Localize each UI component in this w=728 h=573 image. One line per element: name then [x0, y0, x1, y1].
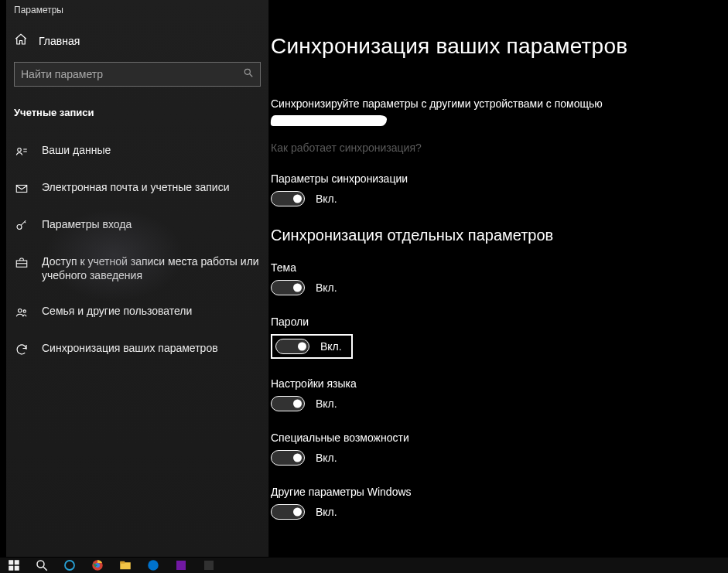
- svg-point-2: [18, 148, 22, 152]
- svg-point-6: [17, 225, 22, 230]
- taskbar-chrome-icon[interactable]: [85, 558, 110, 573]
- settings-main: Синхронизация ваших параметров Синхрониз…: [271, 0, 728, 557]
- start-button[interactable]: [2, 558, 26, 573]
- svg-line-1: [250, 74, 253, 77]
- master-toggle-label: Параметры синхронизации: [271, 172, 728, 185]
- how-sync-works-link[interactable]: Как работает синхронизация?: [271, 142, 728, 154]
- sidebar-item-label: Доступ к учетной записи места работы или…: [42, 254, 261, 282]
- toggle-state: Вкл.: [316, 397, 337, 410]
- password-toggle-highlight: Вкл.: [271, 334, 353, 359]
- svg-rect-13: [9, 566, 13, 571]
- sidebar-item-label: Электронная почта и учетные записи: [42, 180, 261, 194]
- sidebar-item-work[interactable]: Доступ к учетной записи места работы или…: [6, 244, 268, 293]
- person-card-icon: [14, 143, 29, 159]
- taskbar-explorer-icon[interactable]: [113, 558, 138, 573]
- mail-icon: [14, 180, 29, 196]
- setting-label-theme: Тема: [271, 261, 728, 274]
- page-title: Синхронизация ваших параметров: [271, 34, 728, 59]
- svg-point-22: [148, 560, 159, 571]
- sidebar-item-label: Параметры входа: [42, 217, 261, 231]
- svg-point-15: [37, 561, 44, 568]
- sync-description: Синхронизируйте параметры с другими устр…: [271, 96, 689, 128]
- master-toggle[interactable]: [271, 191, 305, 206]
- home-label: Главная: [39, 35, 80, 47]
- setting-label-other: Другие параметры Windows: [271, 486, 728, 498]
- svg-line-16: [43, 567, 47, 571]
- sidebar-section-header: Учетные записи: [6, 102, 268, 132]
- svg-rect-24: [204, 561, 214, 570]
- toggle-passwords[interactable]: [275, 339, 309, 354]
- sidebar-item-family[interactable]: Семья и другие пользователи: [6, 293, 268, 330]
- master-toggle-state: Вкл.: [316, 193, 337, 205]
- taskbar-search-icon[interactable]: [29, 558, 54, 573]
- window-title: Параметры: [6, 0, 268, 29]
- home-nav[interactable]: Главная: [6, 29, 268, 62]
- search-input[interactable]: [21, 68, 243, 80]
- group-heading: Синхронизация отдельных параметров: [271, 227, 728, 244]
- toggle-language[interactable]: [271, 396, 305, 411]
- search-icon: [243, 67, 254, 81]
- toggle-other[interactable]: [271, 504, 305, 520]
- taskbar-edge-icon[interactable]: [141, 558, 166, 573]
- briefcase-icon: [14, 254, 29, 270]
- redacted-text: [271, 115, 388, 126]
- sidebar-item-email[interactable]: Электронная почта и учетные записи: [6, 169, 268, 206]
- taskbar-onenote-icon[interactable]: [169, 558, 193, 573]
- settings-sidebar: Параметры Главная Учетные записи Ваши да…: [6, 0, 269, 557]
- sidebar-item-label: Синхронизация ваших параметров: [42, 341, 261, 355]
- svg-rect-21: [120, 561, 125, 564]
- taskbar[interactable]: [0, 558, 728, 573]
- svg-point-17: [65, 561, 74, 570]
- setting-label-language: Настройки языка: [271, 377, 728, 390]
- toggle-accessibility[interactable]: [271, 450, 305, 466]
- svg-rect-12: [15, 560, 19, 564]
- sidebar-item-label: Ваши данные: [42, 143, 261, 157]
- svg-point-0: [244, 69, 250, 74]
- home-icon: [14, 32, 28, 49]
- svg-point-10: [23, 310, 26, 312]
- sidebar-item-sync[interactable]: Синхронизация ваших параметров: [6, 330, 268, 367]
- svg-rect-14: [15, 566, 19, 571]
- toggle-state: Вкл.: [316, 281, 337, 294]
- toggle-state: Вкл.: [320, 340, 342, 353]
- sidebar-item-signin[interactable]: Параметры входа: [6, 206, 268, 244]
- svg-point-9: [19, 309, 22, 313]
- sidebar-item-label: Семья и другие пользователи: [42, 304, 261, 318]
- key-icon: [14, 217, 29, 233]
- svg-rect-23: [176, 561, 186, 570]
- people-icon: [14, 304, 29, 319]
- taskbar-app-icon[interactable]: [197, 558, 221, 573]
- toggle-state: Вкл.: [316, 506, 337, 518]
- setting-label-passwords: Пароли: [271, 315, 728, 328]
- svg-rect-5: [16, 186, 27, 193]
- sidebar-item-your-info[interactable]: Ваши данные: [6, 132, 268, 169]
- svg-rect-11: [9, 560, 13, 564]
- search-box[interactable]: [14, 62, 261, 87]
- toggle-state: Вкл.: [316, 452, 337, 464]
- setting-label-accessibility: Специальные возможности: [271, 431, 728, 444]
- taskbar-cortana-icon[interactable]: [57, 558, 82, 573]
- sync-icon: [14, 341, 29, 356]
- toggle-theme[interactable]: [271, 280, 305, 295]
